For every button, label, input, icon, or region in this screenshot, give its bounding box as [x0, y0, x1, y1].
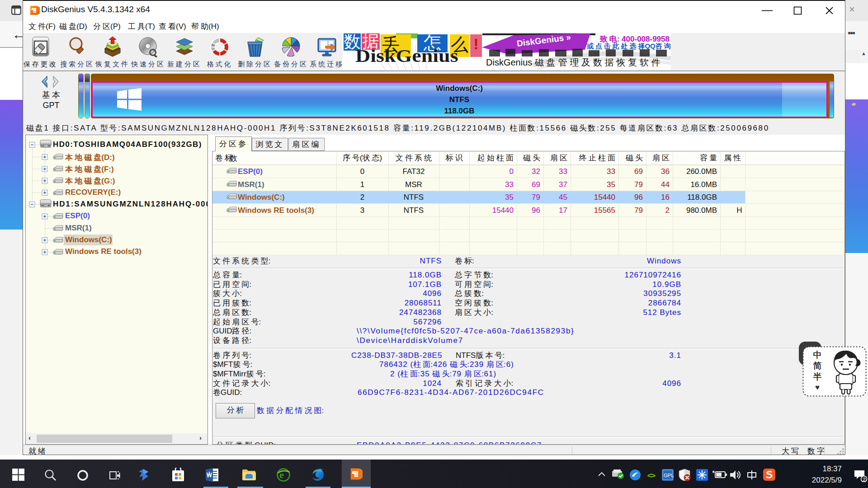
svg-text:2: 2 — [863, 477, 866, 482]
svg-text:GPU: GPU — [664, 473, 674, 478]
